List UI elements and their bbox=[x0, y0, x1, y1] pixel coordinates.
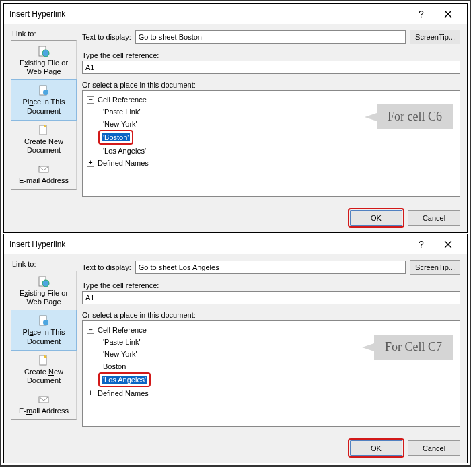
link-to-label: Link to: bbox=[11, 30, 77, 38]
document-place-icon bbox=[38, 84, 50, 96]
close-icon bbox=[444, 10, 452, 18]
sidebar-email[interactable]: E-mail Address bbox=[11, 389, 76, 419]
new-doc-icon bbox=[38, 124, 50, 136]
dialog-footer: OK Cancel bbox=[4, 434, 467, 463]
cell-reference-input[interactable] bbox=[82, 61, 460, 74]
dialog-footer: OK Cancel bbox=[4, 203, 467, 232]
link-to-label: Link to: bbox=[11, 260, 77, 268]
highlight-box: 'Boston' bbox=[98, 130, 133, 145]
sidebar-label: E-mail Address bbox=[19, 176, 69, 184]
tree-node-sheet[interactable]: 'Los Angeles' bbox=[87, 372, 456, 387]
sidebar-place-in-document[interactable]: Place in ThisDocument bbox=[11, 79, 77, 120]
help-button[interactable]: ? bbox=[408, 5, 435, 24]
sidebar-label: Create NewDocument bbox=[24, 137, 63, 154]
tree-node-sheet[interactable]: 'Los Angeles' bbox=[87, 145, 456, 157]
text-to-display-input[interactable] bbox=[135, 261, 406, 274]
link-to-sidebar: Existing File orWeb Page Place in ThisDo… bbox=[11, 40, 77, 190]
annotation-text: For Cell C7 bbox=[374, 335, 453, 360]
ok-button[interactable]: OK bbox=[350, 440, 402, 456]
collapse-icon[interactable]: − bbox=[87, 327, 94, 334]
sidebar-existing-file[interactable]: Existing File orWeb Page bbox=[11, 41, 76, 80]
sidebar-place-in-document[interactable]: Place in ThisDocument bbox=[11, 310, 77, 350]
place-label: Or select a place in this document: bbox=[82, 81, 460, 89]
help-button[interactable]: ? bbox=[408, 235, 435, 254]
annotation-callout: For cell C6 bbox=[365, 104, 453, 129]
sidebar-existing-file[interactable]: Existing File orWeb Page bbox=[11, 271, 76, 310]
link-to-sidebar: Existing File orWeb Page Place in ThisDo… bbox=[11, 271, 77, 420]
highlight-box: 'Los Angeles' bbox=[98, 372, 151, 387]
sidebar-label: Existing File orWeb Page bbox=[20, 289, 68, 306]
file-web-icon bbox=[38, 45, 50, 57]
sidebar-create-new[interactable]: Create NewDocument bbox=[11, 350, 76, 389]
titlebar: Insert Hyperlink ? bbox=[4, 234, 467, 254]
svg-point-9 bbox=[43, 320, 48, 325]
svg-point-3 bbox=[43, 90, 48, 95]
close-button[interactable] bbox=[435, 235, 462, 254]
cell-reference-label: Type the cell reference: bbox=[82, 51, 460, 59]
dialog-title: Insert Hyperlink bbox=[9, 9, 408, 19]
text-to-display-input[interactable] bbox=[135, 30, 406, 44]
expand-icon[interactable]: + bbox=[87, 160, 94, 167]
svg-point-1 bbox=[42, 50, 49, 57]
text-to-display-label: Text to display: bbox=[82, 263, 131, 271]
document-place-tree[interactable]: − Cell Reference 'Paste Link' 'New York'… bbox=[82, 320, 460, 427]
screentip-button[interactable]: ScreenTip... bbox=[410, 30, 460, 44]
sidebar-label: E-mail Address bbox=[19, 407, 69, 415]
titlebar: Insert Hyperlink ? bbox=[4, 4, 467, 24]
insert-hyperlink-dialog: Insert Hyperlink ? Link to: Existing Fil… bbox=[3, 234, 468, 463]
file-web-icon bbox=[38, 275, 50, 287]
text-to-display-label: Text to display: bbox=[82, 33, 131, 41]
new-doc-icon bbox=[38, 354, 50, 366]
place-label: Or select a place in this document: bbox=[82, 311, 460, 319]
dialog-title: Insert Hyperlink bbox=[9, 240, 408, 249]
close-button[interactable] bbox=[435, 5, 462, 24]
email-icon bbox=[38, 163, 50, 175]
cell-reference-label: Type the cell reference: bbox=[82, 281, 460, 290]
collapse-icon[interactable]: − bbox=[87, 96, 94, 104]
document-place-icon bbox=[38, 314, 50, 327]
cancel-button[interactable]: Cancel bbox=[408, 210, 460, 226]
close-icon bbox=[444, 240, 452, 248]
annotation-callout: For Cell C7 bbox=[362, 335, 453, 360]
expand-icon[interactable]: + bbox=[87, 390, 94, 397]
cancel-button[interactable]: Cancel bbox=[408, 440, 460, 456]
document-place-tree[interactable]: − Cell Reference 'Paste Link' 'New York'… bbox=[82, 90, 460, 197]
tree-node-defined-names[interactable]: + Defined Names bbox=[87, 387, 456, 399]
sidebar-email[interactable]: E-mail Address bbox=[11, 159, 76, 189]
sidebar-label: Create NewDocument bbox=[24, 368, 63, 384]
ok-button[interactable]: OK bbox=[350, 210, 402, 226]
sidebar-label: Place in ThisDocument bbox=[23, 98, 65, 114]
sidebar-create-new[interactable]: Create NewDocument bbox=[11, 120, 76, 159]
tree-node-sheet[interactable]: Boston bbox=[87, 360, 456, 372]
screentip-button[interactable]: ScreenTip... bbox=[410, 260, 460, 275]
tree-node-sheet[interactable]: 'Boston' bbox=[87, 130, 456, 145]
sidebar-label: Place in ThisDocument bbox=[23, 328, 65, 345]
svg-point-7 bbox=[42, 280, 49, 287]
sidebar-label: Existing File orWeb Page bbox=[20, 59, 68, 75]
email-icon bbox=[38, 393, 50, 405]
annotation-text: For cell C6 bbox=[377, 104, 453, 129]
tree-node-defined-names[interactable]: + Defined Names bbox=[87, 157, 456, 169]
cell-reference-input[interactable] bbox=[82, 291, 460, 304]
insert-hyperlink-dialog: Insert Hyperlink ? Link to: Existing Fil… bbox=[3, 3, 468, 233]
